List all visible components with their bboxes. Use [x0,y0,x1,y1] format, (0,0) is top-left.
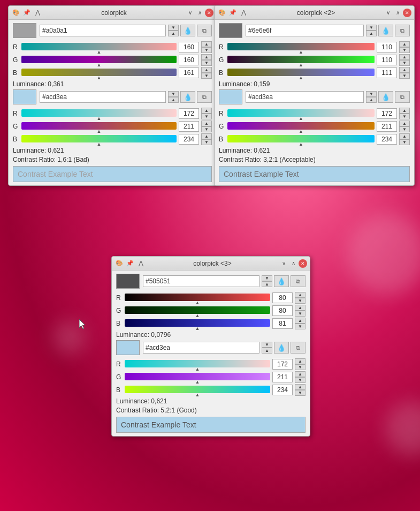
r2-slider-container-1[interactable]: ▲ [21,109,177,118]
color1-eyedropper-2[interactable]: 💧 [378,25,393,36]
color1-swatch-3[interactable] [116,274,140,289]
b-value-2[interactable] [377,67,397,78]
pin-icon-3[interactable]: 📌 [125,259,135,268]
g-slider-container-1[interactable]: ▲ [21,56,177,64]
r2-spin-down-3[interactable]: ▼ [295,364,306,370]
g-value-2[interactable] [377,55,397,65]
g-spin-up-3[interactable]: ▲ [295,305,306,311]
r2-slider-container-3[interactable]: ▲ [125,360,270,369]
r2-value-3[interactable] [272,359,293,370]
color1-copy-3[interactable]: ⧉ [291,275,306,287]
r-value-3[interactable] [272,292,293,303]
close-btn-3[interactable]: ✕ [299,259,307,268]
g-value-3[interactable] [272,305,293,316]
g2-value-2[interactable] [377,121,397,132]
color2-spin-up-2[interactable]: ▲ [366,97,377,103]
b2-value-2[interactable] [377,134,397,145]
g2-value-1[interactable] [179,121,199,132]
color2-copy-3[interactable]: ⧉ [291,342,306,354]
color1-spin-up-2[interactable]: ▲ [366,31,377,36]
g2-spin-up-1[interactable]: ▲ [201,121,212,126]
b-slider-track-3[interactable] [125,319,270,327]
g2-slider-container-3[interactable]: ▲ [125,373,270,381]
r-value-1[interactable] [179,42,199,52]
r2-spin-down-1[interactable]: ▼ [201,114,212,119]
color1-spin-down-1[interactable]: ▼ [168,25,179,31]
r-slider-track-2[interactable] [227,43,375,50]
r2-spin-up-3[interactable]: ▲ [295,358,306,364]
g-spin-up-1[interactable]: ▲ [201,54,212,60]
g2-slider-track-1[interactable] [21,122,177,130]
g-spin-down-1[interactable]: ▼ [201,60,212,66]
b-slider-track-2[interactable] [227,69,375,76]
color2-copy-2[interactable]: ⧉ [395,91,410,103]
g2-spin-down-2[interactable]: ▼ [399,126,410,132]
b2-spin-down-2[interactable]: ▼ [399,139,410,145]
r-slider-container-2[interactable]: ▲ [227,43,375,51]
b-slider-container-2[interactable]: ▲ [227,69,375,77]
r2-slider-track-1[interactable] [21,109,177,117]
color2-swatch-1[interactable] [13,89,36,104]
pin-icon-1[interactable]: 📌 [22,8,32,18]
b-value-1[interactable] [179,67,199,78]
double-up-icon-1[interactable]: ⋀ [33,8,42,18]
g-spin-down-2[interactable]: ▼ [399,60,410,66]
b-spin-down-2[interactable]: ▼ [399,73,410,79]
r-value-2[interactable] [377,42,397,52]
r-spin-down-1[interactable]: ▼ [201,47,212,53]
g-slider-track-1[interactable] [21,56,177,63]
g-slider-track-3[interactable] [125,306,270,314]
b-spin-up-2[interactable]: ▲ [399,67,410,73]
b-spin-down-1[interactable]: ▼ [201,73,212,79]
r-spin-up-3[interactable]: ▲ [295,292,306,298]
r-spin-down-3[interactable]: ▼ [295,298,306,304]
r-slider-container-1[interactable]: ▲ [21,43,177,51]
color2-eyedropper-3[interactable]: 💧 [274,342,289,354]
color1-eyedropper-1[interactable]: 💧 [180,25,195,36]
color1-eyedropper-3[interactable]: 💧 [274,275,289,287]
r2-spin-up-2[interactable]: ▲ [399,108,410,114]
double-up-icon-3[interactable]: ⋀ [136,259,146,268]
color2-swatch-3[interactable] [116,340,140,355]
color1-spin-up-1[interactable]: ▲ [168,31,179,36]
b2-spin-up-3[interactable]: ▲ [295,384,306,390]
restore-btn-3[interactable]: ∧ [289,259,297,268]
g2-spin-up-3[interactable]: ▲ [295,371,306,377]
b-value-3[interactable] [272,318,293,329]
color2-spin-down-2[interactable]: ▼ [366,91,377,97]
g2-slider-container-2[interactable]: ▲ [227,122,375,131]
r-slider-track-3[interactable] [125,294,270,301]
color2-eyedropper-2[interactable]: 💧 [378,91,393,103]
g2-value-3[interactable] [272,372,293,382]
g-spin-up-2[interactable]: ▲ [399,54,410,60]
b2-slider-container-3[interactable]: ▲ [125,386,270,394]
color1-spin-down-2[interactable]: ▼ [366,25,377,31]
b2-slider-track-2[interactable] [227,135,375,142]
minimize-btn-2[interactable]: ∨ [384,9,392,17]
color1-spin-down-3[interactable]: ▼ [262,275,272,281]
color1-hex-2[interactable] [246,25,364,36]
r2-slider-track-2[interactable] [227,109,375,117]
r-slider-track-1[interactable] [21,43,177,50]
b2-slider-track-1[interactable] [21,135,177,142]
b2-value-3[interactable] [272,385,293,395]
g2-slider-container-1[interactable]: ▲ [21,122,177,131]
color1-copy-2[interactable]: ⧉ [395,25,410,36]
g-slider-track-2[interactable] [227,56,375,63]
restore-btn-2[interactable]: ∧ [393,9,402,17]
r2-value-1[interactable] [179,108,199,119]
color2-hex-3[interactable] [143,342,259,354]
g-slider-container-2[interactable]: ▲ [227,56,375,64]
color2-copy-1[interactable]: ⧉ [197,91,212,103]
restore-btn-1[interactable]: ∧ [195,9,204,17]
b2-spin-up-1[interactable]: ▲ [201,133,212,139]
g-spin-down-3[interactable]: ▼ [295,311,306,317]
g-slider-container-3[interactable]: ▲ [125,306,270,315]
r2-slider-container-2[interactable]: ▲ [227,109,375,118]
r-spin-down-2[interactable]: ▼ [399,47,410,53]
b2-spin-down-3[interactable]: ▼ [295,390,306,396]
b-spin-up-3[interactable]: ▲ [295,318,306,324]
color2-eyedropper-1[interactable]: 💧 [180,91,195,103]
color1-swatch-1[interactable] [13,23,36,38]
color2-spin-up-3[interactable]: ▲ [262,348,272,354]
